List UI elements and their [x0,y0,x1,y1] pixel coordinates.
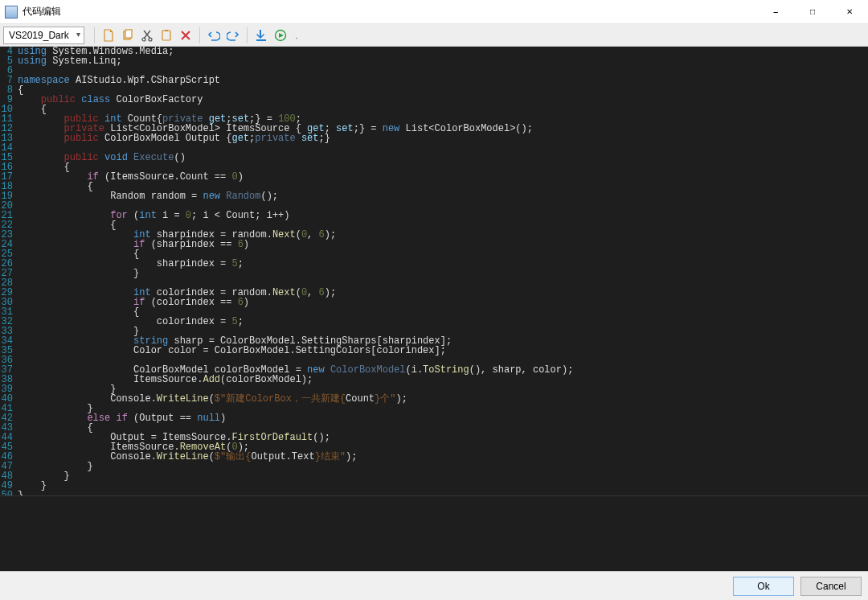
line-number-gutter: 4567891011121314151617181920212223242526… [0,47,18,495]
svg-rect-6 [256,39,266,41]
svg-rect-4 [162,31,170,40]
window-titlebar: 代码编辑 ‒ □ ✕ [0,0,868,24]
toolbar-separator [94,27,95,43]
window-title: 代码编辑 [23,5,61,18]
dialog-footer: Ok Cancel [0,571,868,600]
download-button[interactable] [252,27,270,44]
svg-point-8 [296,37,297,39]
copy-button[interactable] [119,27,137,44]
svg-point-2 [142,38,145,41]
window-close-button[interactable]: ✕ [831,0,868,24]
app-icon [5,6,18,18]
window-maximize-button[interactable]: □ [794,0,831,24]
toolbar-separator [199,27,200,43]
new-file-button[interactable] [100,27,117,44]
code-editor[interactable]: 4567891011121314151617181920212223242526… [0,47,868,495]
redo-button[interactable] [224,27,242,44]
output-panel [0,495,868,571]
window-minimize-button[interactable]: ‒ [757,0,794,24]
paste-button[interactable] [158,27,175,44]
delete-button[interactable] [177,27,194,44]
cancel-button[interactable]: Cancel [800,577,862,596]
cut-button[interactable] [138,27,156,44]
svg-point-3 [149,38,152,41]
run-button[interactable] [272,27,289,44]
toolbar-separator [247,27,248,43]
more-button[interactable] [291,27,302,44]
svg-rect-1 [125,30,132,38]
theme-select[interactable]: VS2019_Dark [3,27,84,44]
svg-rect-5 [165,30,168,31]
code-content[interactable]: using System.Windows.Media;using System.… [18,47,868,495]
ok-button[interactable]: Ok [733,577,794,596]
undo-button[interactable] [205,27,223,44]
editor-toolbar: VS2019_Dark [0,24,868,47]
